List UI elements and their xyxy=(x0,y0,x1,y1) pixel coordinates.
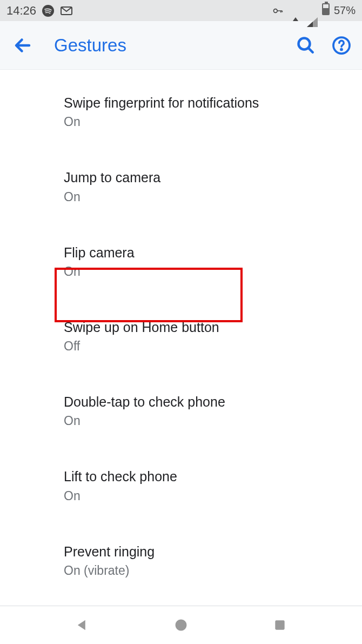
app-bar: Gestures xyxy=(0,21,362,70)
search-button[interactable] xyxy=(295,35,317,56)
setting-jump-to-camera[interactable]: Jump to camera On xyxy=(0,160,362,214)
setting-prevent-ringing[interactable]: Prevent ringing On (vibrate) xyxy=(0,534,362,588)
svg-point-5 xyxy=(340,48,343,50)
setting-title: Swipe fingerprint for notifications xyxy=(64,95,362,111)
setting-flip-camera[interactable]: Flip camera On xyxy=(0,235,362,289)
setting-swipe-up-home[interactable]: Swipe up on Home button Off xyxy=(0,309,362,363)
setting-status: Off xyxy=(64,339,362,354)
setting-status: On xyxy=(64,115,362,129)
setting-status: On xyxy=(64,190,362,204)
gmail-icon xyxy=(60,4,73,17)
setting-lift-to-check[interactable]: Lift to check phone On xyxy=(0,459,362,513)
nav-home-button[interactable] xyxy=(170,614,192,636)
setting-double-tap-check[interactable]: Double-tap to check phone On xyxy=(0,384,362,438)
back-button[interactable] xyxy=(10,32,36,58)
setting-status: On xyxy=(64,489,362,503)
nav-back-button[interactable] xyxy=(71,614,93,636)
svg-point-6 xyxy=(175,620,186,631)
setting-title: Swipe up on Home button xyxy=(64,319,362,336)
setting-title: Double-tap to check phone xyxy=(64,394,362,410)
nav-recent-button[interactable] xyxy=(269,614,291,636)
setting-title: Lift to check phone xyxy=(64,468,362,485)
page-title: Gestures xyxy=(54,35,126,56)
cell-signal-icon xyxy=(307,4,318,18)
setting-title: Prevent ringing xyxy=(64,543,362,560)
setting-swipe-fingerprint[interactable]: Swipe fingerprint for notifications On xyxy=(0,85,362,139)
settings-list: Swipe fingerprint for notifications On J… xyxy=(0,70,362,606)
spotify-icon xyxy=(42,4,55,17)
help-button[interactable] xyxy=(331,35,352,56)
navigation-bar xyxy=(0,606,362,644)
wifi-icon xyxy=(289,4,303,18)
vpn-key-icon xyxy=(271,4,284,17)
setting-title: Flip camera xyxy=(64,244,362,261)
setting-status: On xyxy=(64,264,362,279)
svg-rect-7 xyxy=(276,620,285,629)
setting-title: Jump to camera xyxy=(64,169,362,186)
battery-icon xyxy=(322,3,330,18)
setting-status: On (vibrate) xyxy=(64,563,362,578)
setting-status: On xyxy=(64,414,362,428)
battery-percent: 57% xyxy=(334,4,356,17)
svg-point-2 xyxy=(273,9,277,12)
status-time: 14:26 xyxy=(6,4,36,18)
status-bar: 14:26 57% xyxy=(0,0,362,21)
